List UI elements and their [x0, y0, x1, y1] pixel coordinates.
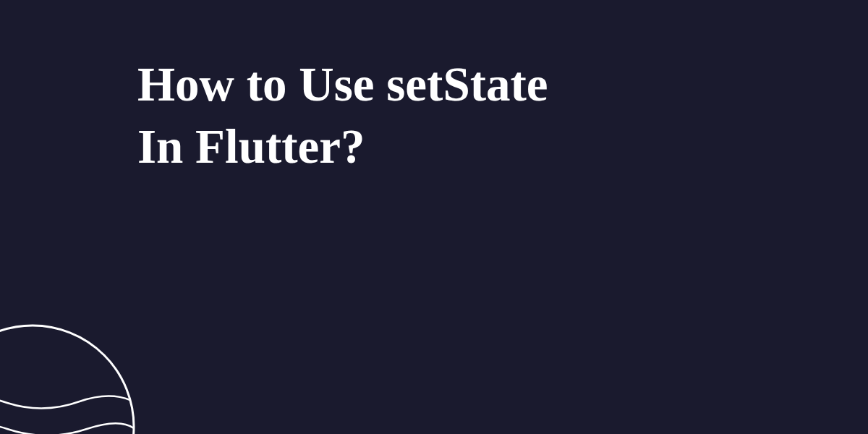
globe-icon — [0, 322, 137, 434]
page-title: How to Use setState In Flutter? — [137, 54, 548, 178]
svg-point-0 — [0, 326, 134, 434]
title-line-2: In Flutter? — [137, 119, 365, 173]
title-line-1: How to Use setState — [137, 57, 548, 111]
